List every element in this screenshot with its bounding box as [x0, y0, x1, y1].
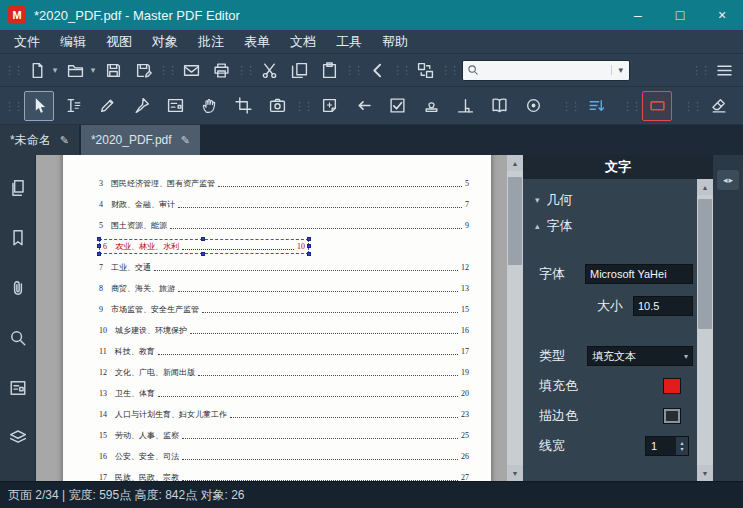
open-document-caret[interactable]: ▾	[88, 65, 98, 75]
attachments-button[interactable]	[2, 263, 34, 313]
section-geometry[interactable]: ▾ 几何	[523, 187, 697, 213]
selection-handle[interactable]	[201, 237, 205, 241]
save-as-button[interactable]	[128, 57, 158, 83]
save-button[interactable]	[98, 57, 128, 83]
fill-color-swatch[interactable]	[663, 378, 681, 394]
document-area[interactable]: 3国民经济管理、国有资产监管54财政、金融、审计75国土资源、能源96农业、林业…	[36, 155, 523, 481]
toc-line[interactable]: 7工业、交通12	[99, 262, 469, 273]
scrollbar-track[interactable]	[507, 171, 523, 465]
toolbar-grip[interactable]	[625, 96, 637, 116]
toc-row[interactable]: 17民族、民政、宗教27	[99, 467, 469, 481]
toolbar-grip[interactable]	[395, 60, 407, 80]
email-button[interactable]	[176, 57, 206, 83]
selection-handle[interactable]	[97, 252, 101, 256]
toc-row[interactable]: 5国土资源、能源9	[99, 215, 469, 236]
menu-annotate[interactable]: 批注	[188, 30, 234, 54]
search-dropdown-caret[interactable]: ▾	[611, 65, 629, 75]
line-width-spinner[interactable]: 1 ▴ ▾	[645, 436, 689, 456]
toolbar-grip[interactable]	[347, 60, 359, 80]
toc-row[interactable]: 9市场监管、安全生产监管15	[99, 299, 469, 320]
form-fields-button[interactable]	[2, 363, 34, 413]
search-box[interactable]: ▾	[462, 60, 630, 81]
menu-form[interactable]: 表单	[234, 30, 280, 54]
search-panel-button[interactable]	[2, 313, 34, 363]
toolbar-grip[interactable]	[161, 60, 173, 80]
spin-down-icon[interactable]: ▾	[680, 446, 683, 452]
panel-scrollbar[interactable]: ▲ ▼	[697, 179, 713, 481]
toc-line[interactable]: 9市场监管、安全生产监管15	[99, 304, 469, 315]
paste-button[interactable]	[314, 57, 344, 83]
panel-scrollbar-track[interactable]	[697, 195, 713, 465]
reorder-tool-button[interactable]	[581, 91, 611, 121]
edit-text-tool-button[interactable]	[58, 91, 88, 121]
redact-rectangle-tool-button[interactable]	[642, 91, 672, 121]
toc-line[interactable]: 10城乡建设、环境保护16	[99, 325, 469, 336]
toc-line[interactable]: 15劳动、人事、监察25	[99, 430, 469, 441]
add-note-tool-button[interactable]	[314, 91, 344, 121]
scroll-down-button[interactable]: ▼	[507, 465, 523, 481]
minimize-button[interactable]: –	[617, 0, 659, 30]
eraser-tool-button[interactable]	[703, 91, 733, 121]
sign-tool-button[interactable]	[126, 91, 156, 121]
copy-button[interactable]	[284, 57, 314, 83]
stroke-color-swatch[interactable]	[663, 408, 681, 424]
toc-row[interactable]: 14人口与计划生育、妇女儿童工作23	[99, 404, 469, 425]
layers-button[interactable]	[2, 413, 34, 463]
toc-line[interactable]: 17民族、民政、宗教27	[99, 472, 469, 481]
menu-view[interactable]: 视图	[96, 30, 142, 54]
toolbar-menu-button[interactable]	[709, 57, 739, 83]
toc-row[interactable]: 4财政、金融、审计7	[99, 194, 469, 215]
font-size-input[interactable]: 10.5	[633, 296, 693, 316]
toolbar-grip[interactable]	[7, 60, 19, 80]
selection-handle[interactable]	[201, 252, 205, 256]
stamp-tool-button[interactable]	[416, 91, 446, 121]
crop-tool-button[interactable]	[228, 91, 258, 121]
selection-handle[interactable]	[97, 237, 101, 241]
selection-handle[interactable]	[307, 244, 311, 248]
menu-help[interactable]: 帮助	[372, 30, 418, 54]
toolbar-grip[interactable]	[443, 60, 455, 80]
close-button[interactable]: ×	[701, 0, 743, 30]
selection-handle[interactable]	[97, 244, 101, 248]
toc-row[interactable]: 11科技、教育17	[99, 341, 469, 362]
toc-row[interactable]: 16公安、安全、司法26	[99, 446, 469, 467]
toc-line[interactable]: 11科技、教育17	[99, 346, 469, 357]
font-family-input[interactable]: Microsoft YaHei	[585, 264, 693, 284]
select-tool-button[interactable]	[24, 91, 54, 121]
tab-pencil-icon[interactable]: ✎	[181, 134, 190, 147]
maximize-button[interactable]: □	[659, 0, 701, 30]
toc-row[interactable]: 15劳动、人事、监察25	[99, 425, 469, 446]
menu-tools[interactable]: 工具	[326, 30, 372, 54]
tab-pencil-icon[interactable]: ✎	[60, 134, 69, 147]
toolbar-grip[interactable]	[239, 60, 251, 80]
toc-row[interactable]: 10城乡建设、环境保护16	[99, 320, 469, 341]
selected-text-object[interactable]: 6农业、林业、水利10	[99, 239, 309, 254]
toolbar-grip[interactable]	[297, 96, 309, 116]
toc-row[interactable]: 6农业、林业、水利10	[99, 236, 469, 257]
toolbar-grip[interactable]	[7, 96, 19, 116]
type-select[interactable]: 填充文本 ▾	[587, 346, 693, 366]
toolbar-grip[interactable]	[686, 96, 698, 116]
selection-handle[interactable]	[307, 252, 311, 256]
tab-untitled[interactable]: *未命名 ✎	[0, 125, 79, 155]
new-document-button[interactable]	[22, 57, 52, 83]
radio-button-tool-button[interactable]	[518, 91, 548, 121]
toc-row[interactable]: 12文化、广电、新闻出版19	[99, 362, 469, 383]
open-document-button[interactable]	[60, 57, 90, 83]
measure-tool-button[interactable]	[450, 91, 480, 121]
toc-line[interactable]: 14人口与计划生育、妇女儿童工作23	[99, 409, 469, 420]
print-button[interactable]	[206, 57, 236, 83]
back-button[interactable]	[362, 57, 392, 83]
panel-scroll-up-button[interactable]: ▲	[697, 179, 713, 195]
thumbnails-button[interactable]	[2, 163, 34, 213]
reading-tool-button[interactable]	[484, 91, 514, 121]
bookmarks-button[interactable]	[2, 213, 34, 263]
arrow-tool-button[interactable]	[348, 91, 378, 121]
cut-button[interactable]	[254, 57, 284, 83]
menu-object[interactable]: 对象	[142, 30, 188, 54]
toc-row[interactable]: 3国民经济管理、国有资产监管5	[99, 173, 469, 194]
tab-2020-pdf[interactable]: *2020_PDF.pdf ✎	[81, 125, 200, 155]
toc-line[interactable]: 5国土资源、能源9	[99, 220, 469, 231]
menu-edit[interactable]: 编辑	[50, 30, 96, 54]
document-scrollbar[interactable]: ▲ ▼	[507, 155, 523, 481]
